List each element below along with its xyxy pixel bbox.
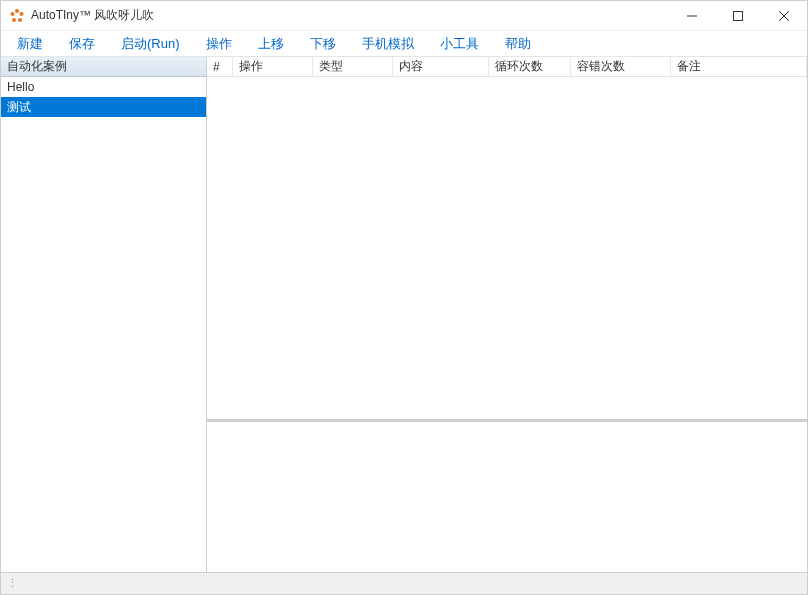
menu-move-down[interactable]: 下移 xyxy=(298,32,348,56)
menu-help[interactable]: 帮助 xyxy=(493,32,543,56)
col-header-content[interactable]: 内容 xyxy=(393,57,489,76)
main-area: # 操作 类型 内容 循环次数 容错次数 备注 xyxy=(207,57,807,572)
svg-point-3 xyxy=(12,18,16,22)
bottom-panel[interactable] xyxy=(207,420,807,572)
menu-run[interactable]: 启动(Run) xyxy=(109,32,192,56)
col-header-remark[interactable]: 备注 xyxy=(671,57,807,76)
menu-new[interactable]: 新建 xyxy=(5,32,55,56)
close-button[interactable] xyxy=(761,1,807,30)
sidebar-header[interactable]: 自动化案例 xyxy=(1,57,206,77)
menu-operation[interactable]: 操作 xyxy=(194,32,244,56)
minimize-button[interactable] xyxy=(669,1,715,30)
svg-point-0 xyxy=(15,9,19,13)
menu-mobile-sim[interactable]: 手机模拟 xyxy=(350,32,426,56)
sidebar: 自动化案例 Hello 测试 xyxy=(1,57,207,572)
col-header-index[interactable]: # xyxy=(207,57,233,76)
maximize-button[interactable] xyxy=(715,1,761,30)
sidebar-item-test[interactable]: 测试 xyxy=(1,97,206,117)
content-area: 自动化案例 Hello 测试 # 操作 类型 内容 循环次数 容错次数 备注 xyxy=(1,57,807,572)
window-controls xyxy=(669,1,807,30)
menu-tools[interactable]: 小工具 xyxy=(428,32,491,56)
app-icon xyxy=(9,8,25,24)
sidebar-item-label: 测试 xyxy=(7,99,31,116)
col-header-operation[interactable]: 操作 xyxy=(233,57,313,76)
titlebar: AutoTIny™ 风吹呀儿吹 xyxy=(1,1,807,31)
col-header-type[interactable]: 类型 xyxy=(313,57,393,76)
svg-rect-6 xyxy=(734,11,743,20)
statusbar: ⋮ xyxy=(1,572,807,594)
svg-point-1 xyxy=(20,12,24,16)
svg-point-2 xyxy=(18,18,22,22)
svg-point-4 xyxy=(11,12,15,16)
table-body[interactable] xyxy=(207,77,807,419)
window-title: AutoTIny™ 风吹呀儿吹 xyxy=(31,7,669,24)
menu-move-up[interactable]: 上移 xyxy=(246,32,296,56)
table-header: # 操作 类型 内容 循环次数 容错次数 备注 xyxy=(207,57,807,77)
col-header-loop[interactable]: 循环次数 xyxy=(489,57,571,76)
sidebar-item-hello[interactable]: Hello xyxy=(1,77,206,97)
menubar: 新建 保存 启动(Run) 操作 上移 下移 手机模拟 小工具 帮助 xyxy=(1,31,807,57)
sidebar-item-label: Hello xyxy=(7,80,34,94)
col-header-fault[interactable]: 容错次数 xyxy=(571,57,671,76)
menu-save[interactable]: 保存 xyxy=(57,32,107,56)
statusbar-grip-icon: ⋮ xyxy=(7,577,17,590)
table-area: # 操作 类型 内容 循环次数 容错次数 备注 xyxy=(207,57,807,420)
